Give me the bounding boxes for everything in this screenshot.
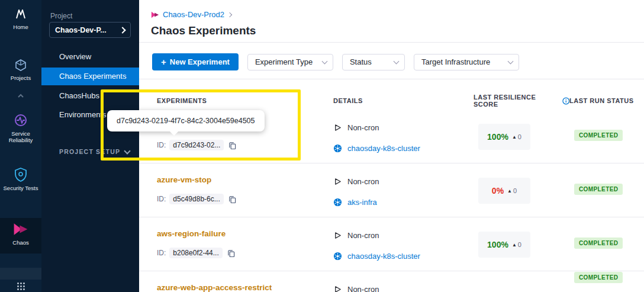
score-value: 100% — [487, 132, 508, 142]
filter-label: Experiment Type — [255, 57, 313, 66]
copy-icon[interactable] — [228, 142, 236, 149]
status-badge: COMPLETED — [574, 130, 623, 141]
play-icon — [333, 285, 342, 292]
score-delta: 0 — [518, 133, 521, 140]
status-badge: COMPLETED — [574, 272, 623, 283]
id-label: ID: — [157, 195, 166, 203]
new-experiment-button[interactable]: + New Experiment — [152, 53, 239, 70]
kubernetes-icon — [333, 252, 342, 261]
tooltip-uuid-text: d7c9d243-0219-4f7c-84c2-3004e59e4505 — [117, 117, 255, 125]
id-label: ID: — [157, 249, 166, 257]
filter-target-infrastructure[interactable]: Target Infrastructure — [414, 54, 519, 70]
project-selector-value: Chaos-Dev-P... — [55, 26, 107, 34]
nav-item-home[interactable]: Home — [0, 7, 41, 30]
resilience-score: 100% ▲0 — [478, 124, 530, 150]
toolbar-divider — [139, 79, 644, 79]
schedule-type: Non-cron — [347, 177, 379, 186]
delta-up-icon: ▲ — [512, 242, 517, 248]
play-icon — [333, 177, 342, 186]
table-row[interactable]: azure-web-app-access-restrict Non-cron C… — [139, 271, 644, 292]
col-header-score-label: LAST RESILIENCE SCORE — [474, 94, 559, 108]
chevron-down-icon — [321, 58, 327, 64]
play-icon — [333, 123, 342, 132]
filter-experiment-type[interactable]: Experiment Type — [247, 54, 333, 70]
kubernetes-icon — [333, 198, 342, 207]
experiment-name-link[interactable]: aws-region-failure — [157, 228, 333, 240]
nav-item-projects[interactable]: Projects — [0, 58, 41, 81]
harness-home-icon — [14, 7, 28, 21]
experiment-id: d5c49d8b-6c... — [169, 194, 223, 204]
global-nav-rail: Home Projects Service Reliability — [0, 0, 41, 292]
table-row[interactable]: azure-vm-stop ID: d5c49d8b-6c... Non-cro… — [139, 163, 644, 217]
score-delta: 0 — [513, 187, 517, 194]
chaos-breadcrumb-icon — [151, 11, 159, 19]
col-header-details: DETAILS — [333, 94, 474, 108]
nav-item-label: Security Tests — [0, 185, 41, 191]
play-icon — [333, 231, 342, 240]
project-setup-toggle[interactable]: PROJECT SETUP — [59, 148, 130, 155]
header-divider — [139, 42, 644, 43]
breadcrumb: Chaos-Dev-Prod2 — [151, 10, 231, 19]
filter-label: Status — [350, 57, 372, 66]
nav-item-label: Service Reliability — [0, 130, 41, 143]
sidebar-item-chaos-experiments[interactable]: Chaos Experiments — [41, 68, 139, 85]
table-header-row: EXPERIMENTS DETAILS LAST RESILIENCE SCOR… — [139, 94, 644, 108]
rail-bottom-strip — [0, 268, 41, 280]
score-delta: 0 — [518, 241, 521, 248]
breadcrumb-project-link[interactable]: Chaos-Dev-Prod2 — [163, 10, 224, 19]
filter-label: Target Infrastructure — [421, 57, 490, 66]
delta-up-icon: ▲ — [507, 188, 512, 194]
experiment-id-tooltip: d7c9d243-0219-4f7c-84c2-3004e59e4505 — [107, 110, 265, 131]
infrastructure-link[interactable]: chaosday-k8s-cluster — [347, 144, 420, 153]
toolbar: + New Experiment Experiment Type Status … — [152, 53, 519, 70]
filter-status[interactable]: Status — [342, 54, 405, 70]
experiment-id: b208e0f2-44... — [169, 248, 222, 258]
chevron-right-icon — [119, 27, 125, 33]
chevron-up-icon — [17, 94, 24, 98]
chevron-down-icon — [507, 58, 513, 64]
nav-collapse-control[interactable] — [0, 94, 41, 98]
score-value: 100% — [487, 240, 508, 249]
resilience-score: 0% ▲0 — [478, 178, 530, 204]
sidebar-item-overview[interactable]: Overview — [41, 47, 139, 66]
nav-item-chaos[interactable]: Chaos — [0, 222, 41, 246]
delta-up-icon: ▲ — [512, 134, 517, 140]
grid-dots-icon — [17, 282, 25, 291]
new-experiment-label: New Experiment — [170, 57, 230, 66]
chevron-down-icon — [124, 147, 130, 154]
breadcrumb-chevron-icon — [227, 12, 232, 17]
experiments-table: ID: d7c9d243-02... Non-cron chaosda — [139, 110, 644, 292]
project-selector[interactable]: Chaos-Dev-P... — [49, 22, 131, 38]
nav-item-label: Chaos — [0, 239, 41, 246]
schedule-type: Non-cron — [347, 123, 379, 132]
status-badge: COMPLETED — [574, 238, 623, 249]
sidebar-item-chaoshubs[interactable]: ChaosHubs — [41, 86, 139, 105]
experiment-name-link[interactable]: azure-vm-stop — [157, 174, 333, 186]
main-content: Chaos-Dev-Prod2 Chaos Experiments + New … — [139, 0, 644, 292]
status-badge: COMPLETED — [574, 184, 623, 195]
schedule-type: Non-cron — [347, 285, 379, 292]
copy-icon[interactable] — [227, 249, 235, 257]
experiment-id: d7c9d243-02... — [169, 140, 224, 150]
id-label: ID: — [157, 141, 166, 149]
nav-item-label: Projects — [0, 75, 41, 81]
kubernetes-icon — [333, 144, 342, 153]
project-setup-label: PROJECT SETUP — [59, 148, 120, 155]
security-shield-icon — [14, 167, 28, 182]
projects-cube-icon — [14, 58, 28, 72]
table-row[interactable]: aws-region-failure ID: b208e0f2-44... No… — [139, 217, 644, 271]
experiment-name-link[interactable]: azure-web-app-access-restrict — [157, 282, 333, 292]
nav-item-service-reliability[interactable]: Service Reliability — [0, 113, 41, 143]
module-grid-icon[interactable] — [0, 282, 41, 291]
infrastructure-link[interactable]: aks-infra — [347, 198, 377, 207]
nav-item-security-tests[interactable]: Security Tests — [0, 167, 41, 191]
score-value: 0% — [492, 186, 504, 195]
schedule-type: Non-cron — [347, 231, 379, 240]
chevron-down-icon — [393, 58, 399, 64]
copy-icon[interactable] — [228, 195, 236, 203]
page-title: Chaos Experiments — [151, 24, 256, 37]
project-sidebar: Project Chaos-Dev-P... Overview Chaos Ex… — [41, 0, 139, 292]
info-icon[interactable] — [562, 97, 569, 105]
service-reliability-icon — [13, 113, 28, 128]
infrastructure-link[interactable]: chaosday-k8s-cluster — [347, 252, 420, 261]
